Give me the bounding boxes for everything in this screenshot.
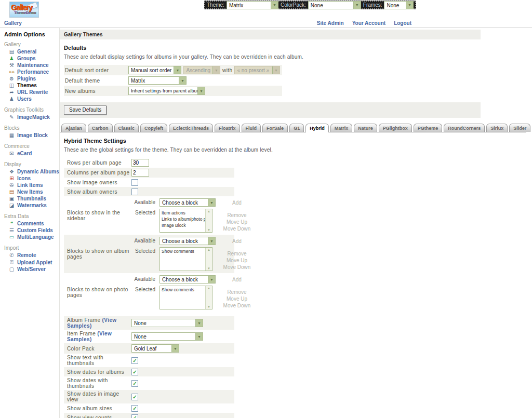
site-admin-link[interactable]: Site Admin bbox=[317, 20, 344, 26]
row-rows-per-album-page: Rows per album page bbox=[64, 158, 234, 168]
scroll-down-icon[interactable]: ▼ bbox=[207, 305, 210, 309]
blocks-photo-movedown-link[interactable]: Move Down bbox=[220, 302, 254, 309]
sidebar-item-remote[interactable]: ✆Remote bbox=[4, 252, 59, 259]
tab-pglightbox[interactable]: PGlightbox bbox=[379, 124, 412, 132]
sidebar-item-thumbnails[interactable]: ▣Thumbnails bbox=[4, 195, 59, 202]
theme-select[interactable]: Matrix ▼ bbox=[227, 1, 278, 9]
blocks-photo-remove-link[interactable]: Remove bbox=[220, 289, 254, 295]
blocks-album-moveup-link[interactable]: Move Up bbox=[220, 257, 254, 264]
sidebar-item-url-rewrite[interactable]: ➦URL Rewrite bbox=[4, 89, 59, 96]
tab-nature[interactable]: Nature bbox=[354, 124, 377, 132]
sidebar-item-icons[interactable]: ⊞Icons bbox=[4, 175, 59, 182]
dropdown-arrow-icon: ▼ bbox=[208, 237, 215, 245]
sidebar-item-comments[interactable]: ❝Comments bbox=[4, 220, 59, 227]
list-scrollbar[interactable]: ▲ ▼ bbox=[205, 248, 212, 271]
tab-copyleft[interactable]: Copyleft bbox=[140, 124, 167, 132]
rows-per-page-input[interactable] bbox=[131, 159, 149, 167]
tab-forsale[interactable]: ForSale bbox=[262, 124, 288, 132]
show-text-thumbnails-checkbox[interactable]: ✓ bbox=[131, 357, 138, 364]
blocks-sidebar-available-select[interactable]: Choose a block ▼ bbox=[159, 198, 216, 207]
default-theme-select[interactable]: Matrix ▼ bbox=[128, 76, 187, 85]
show-dates-thumbnails-checkbox[interactable]: ✓ bbox=[131, 380, 138, 387]
tab-carbon[interactable]: Carbon bbox=[88, 124, 113, 132]
row-blocks-photo-pages: Blocks to show on photo pages Available … bbox=[64, 273, 234, 312]
show-dates-albums-checkbox[interactable]: ✓ bbox=[131, 369, 138, 375]
sidebar-item-plugins[interactable]: ⚙Plugins bbox=[4, 75, 59, 82]
item-frame-select[interactable]: None ▼ bbox=[131, 332, 203, 341]
sidebar-item-groups[interactable]: ♟Groups bbox=[4, 55, 59, 62]
sidebar-item-dynamic-albums[interactable]: ❖Dynamic Albums bbox=[4, 168, 59, 175]
blocks-sidebar-moveup-link[interactable]: Move Up bbox=[220, 219, 254, 225]
list-item[interactable]: Show comments bbox=[162, 287, 205, 293]
scroll-up-icon[interactable]: ▲ bbox=[207, 248, 210, 252]
tab-fluid[interactable]: Fluid bbox=[242, 124, 261, 132]
sidebar-group-blocks: Blocks ▦Image Block bbox=[4, 125, 59, 139]
show-album-owners-checkbox[interactable] bbox=[131, 188, 138, 195]
sidebar-item-imagemagick[interactable]: ✎ImageMagick bbox=[4, 114, 59, 120]
tab-classic[interactable]: Classic bbox=[114, 124, 139, 132]
tab-ajaxian[interactable]: Ajaxian bbox=[61, 124, 86, 132]
sidebar-item-performance[interactable]: »»Performance bbox=[4, 69, 59, 75]
show-album-sizes-checkbox[interactable]: ✓ bbox=[131, 405, 138, 412]
sidebar-item-general[interactable]: ▤General bbox=[4, 48, 59, 55]
blocks-sidebar-add-link[interactable]: Add bbox=[220, 198, 254, 206]
tab-pgtheme[interactable]: PGtheme bbox=[414, 124, 443, 132]
blocks-album-remove-link[interactable]: Remove bbox=[220, 250, 254, 257]
blocks-photo-moveup-link[interactable]: Move Up bbox=[220, 295, 254, 302]
show-dates-image-view-checkbox[interactable]: ✓ bbox=[131, 394, 138, 400]
blocks-album-movedown-link[interactable]: Move Down bbox=[220, 264, 254, 271]
save-defaults-button[interactable]: Save Defaults bbox=[64, 105, 107, 115]
blocks-album-available-select[interactable]: Choose a block ▼ bbox=[159, 237, 216, 245]
blocks-photo-add-link[interactable]: Add bbox=[220, 275, 254, 283]
blocks-sidebar-remove-link[interactable]: Remove bbox=[220, 212, 254, 219]
scroll-up-icon[interactable]: ▲ bbox=[207, 286, 210, 290]
default-sort-order-select[interactable]: Manual sort order ▼ bbox=[128, 66, 181, 74]
blocks-photo-available-select[interactable]: Choose a block ▼ bbox=[159, 275, 216, 284]
tab-hybrid[interactable]: Hybrid bbox=[305, 124, 329, 132]
blocks-album-add-link[interactable]: Add bbox=[220, 237, 254, 245]
tab-eclecticthreads[interactable]: EclecticThreads bbox=[169, 124, 213, 132]
sidebar-item-maintenance[interactable]: ⚒Maintenance bbox=[4, 62, 59, 69]
album-frame-select[interactable]: None ▼ bbox=[131, 319, 203, 327]
custom-fields-icon: ☰ bbox=[8, 227, 15, 233]
list-item[interactable]: Item actions bbox=[162, 210, 205, 216]
sidebar-item-ecard[interactable]: ✉eCard bbox=[4, 150, 59, 157]
scroll-down-icon[interactable]: ▼ bbox=[207, 266, 210, 271]
scroll-down-icon[interactable]: ▼ bbox=[207, 228, 210, 232]
list-item[interactable]: Links to album/photo peers bbox=[162, 216, 205, 222]
sidebar-item-upload-applet[interactable]: ⍐Upload Applet bbox=[4, 259, 59, 266]
tab-roundcorners[interactable]: RoundCorners bbox=[444, 124, 485, 132]
list-scrollbar[interactable]: ▲ ▼ bbox=[205, 286, 212, 309]
gallery-logo[interactable]: Gallery ThemeDemo bbox=[9, 2, 39, 18]
columns-per-page-input[interactable] bbox=[131, 169, 149, 177]
sidebar-item-image-block[interactable]: ▦Image Block bbox=[4, 132, 59, 139]
blocks-sidebar-movedown-link[interactable]: Move Down bbox=[220, 225, 254, 232]
color-pack-select[interactable]: Gold Leaf ▼ bbox=[131, 344, 179, 353]
sidebar-item-link-items[interactable]: ✇Link Items bbox=[4, 182, 59, 188]
new-albums-select[interactable]: Inherit settings from parent album ▼ bbox=[128, 87, 205, 95]
breadcrumb[interactable]: Gallery bbox=[4, 20, 22, 26]
frames-select[interactable]: None ▼ bbox=[384, 1, 414, 9]
sidebar-item-custom-fields[interactable]: ☰Custom Fields bbox=[4, 227, 59, 234]
show-view-counts-checkbox[interactable]: ✓ bbox=[131, 414, 138, 418]
tab-floatrix[interactable]: Floatrix bbox=[215, 124, 240, 132]
dropdown-arrow-icon: ▼ bbox=[212, 66, 220, 74]
colorpack-select[interactable]: None ▼ bbox=[308, 1, 361, 9]
show-image-owners-checkbox[interactable] bbox=[131, 179, 138, 186]
list-item[interactable]: Image Block bbox=[162, 222, 205, 228]
scroll-up-icon[interactable]: ▲ bbox=[207, 209, 210, 213]
sidebar-item-multilanguage[interactable]: ▭MultiLanguage bbox=[4, 234, 59, 240]
tab-g1[interactable]: G1 bbox=[289, 124, 304, 132]
tab-slider[interactable]: Slider bbox=[509, 124, 530, 132]
sidebar-item-web-server[interactable]: ▢Web/Server bbox=[4, 266, 59, 273]
list-item[interactable]: Show comments bbox=[162, 248, 205, 254]
sidebar-item-users[interactable]: ♟Users bbox=[4, 96, 59, 102]
list-scrollbar[interactable]: ▲ ▼ bbox=[205, 209, 212, 232]
sidebar-item-watermarks[interactable]: ◪Watermarks bbox=[4, 202, 59, 209]
tab-matrix[interactable]: Matrix bbox=[330, 124, 353, 132]
sidebar-item-themes[interactable]: ◫Themes bbox=[4, 82, 59, 89]
logout-link[interactable]: Logout bbox=[394, 20, 411, 26]
tab-siriux[interactable]: Siriux bbox=[486, 124, 508, 132]
your-account-link[interactable]: Your Account bbox=[352, 20, 385, 26]
sidebar-item-new-items[interactable]: ▤New Items bbox=[4, 188, 59, 195]
